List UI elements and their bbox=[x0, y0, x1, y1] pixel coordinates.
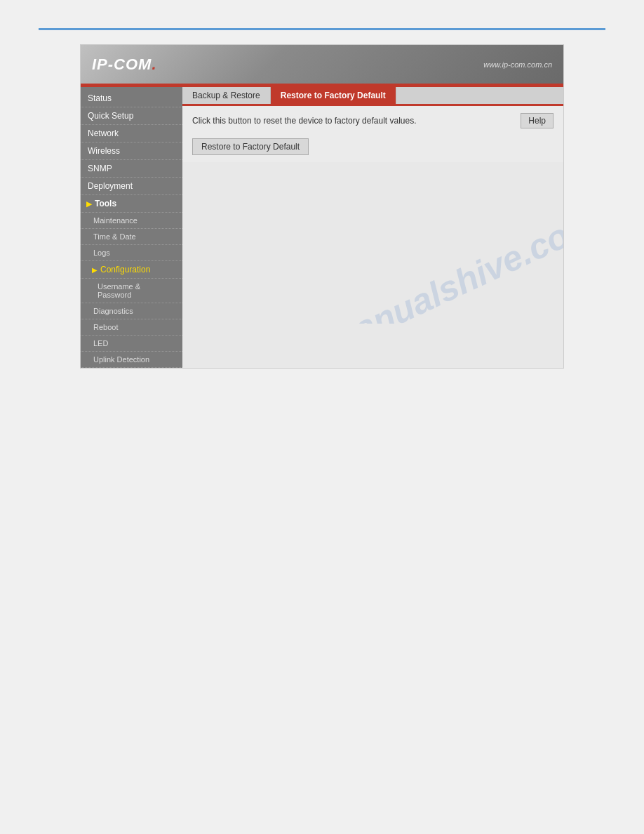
content-top-bar: Click this button to reset the device to… bbox=[192, 113, 554, 128]
sidebar-config-label: Configuration bbox=[100, 265, 150, 274]
sidebar-item-quick-setup[interactable]: Quick Setup bbox=[81, 107, 182, 125]
sidebar-item-diagnostics[interactable]: Diagnostics bbox=[81, 303, 182, 319]
sidebar-item-network[interactable]: Network bbox=[81, 125, 182, 143]
logo: IP-COM. bbox=[92, 55, 157, 74]
description-text: Click this button to reset the device to… bbox=[192, 116, 417, 126]
sidebar-item-reboot[interactable]: Reboot bbox=[81, 319, 182, 336]
tabs-bar: Backup & Restore Restore to Factory Defa… bbox=[182, 87, 563, 106]
factory-default-button[interactable]: Restore to Factory Default bbox=[192, 138, 309, 155]
sidebar-item-maintenance[interactable]: Maintenance bbox=[81, 213, 182, 229]
logo-text: IP-COM bbox=[92, 55, 152, 73]
config-arrow-icon: ▶ bbox=[92, 266, 98, 274]
watermark: manualshive.com bbox=[319, 201, 563, 324]
sidebar-item-wireless[interactable]: Wireless bbox=[81, 143, 182, 160]
tools-arrow-icon: ▶ bbox=[86, 200, 92, 208]
page-top-border bbox=[39, 28, 605, 30]
header: IP-COM. www.ip-com.com.cn bbox=[81, 45, 563, 84]
sidebar-item-time-date[interactable]: Time & Date bbox=[81, 229, 182, 245]
sidebar-item-status[interactable]: Status bbox=[81, 90, 182, 107]
sidebar-section-configuration[interactable]: ▶ Configuration bbox=[81, 261, 182, 279]
router-ui: IP-COM. www.ip-com.com.cn Status Quick S… bbox=[80, 44, 564, 369]
sidebar-item-led[interactable]: LED bbox=[81, 336, 182, 352]
sidebar-item-deployment[interactable]: Deployment bbox=[81, 178, 182, 195]
sidebar-item-uplink-detection[interactable]: Uplink Detection bbox=[81, 352, 182, 368]
header-url: www.ip-com.com.cn bbox=[483, 60, 552, 69]
tab-backup-restore[interactable]: Backup & Restore bbox=[182, 87, 271, 104]
sidebar-tools-label: Tools bbox=[95, 199, 116, 208]
content-body-wrapper: Click this button to reset the device to… bbox=[182, 106, 563, 324]
main-layout: Status Quick Setup Network Wireless SNMP… bbox=[81, 87, 563, 368]
help-button[interactable]: Help bbox=[521, 113, 554, 128]
sidebar: Status Quick Setup Network Wireless SNMP… bbox=[81, 87, 182, 368]
sidebar-item-snmp[interactable]: SNMP bbox=[81, 160, 182, 178]
content-body: Click this button to reset the device to… bbox=[182, 106, 563, 162]
sidebar-section-tools[interactable]: ▶ Tools bbox=[81, 195, 182, 213]
tab-restore-factory[interactable]: Restore to Factory Default bbox=[271, 87, 396, 104]
content-area: Backup & Restore Restore to Factory Defa… bbox=[182, 87, 563, 368]
logo-dot: . bbox=[152, 55, 156, 73]
sidebar-item-username-password[interactable]: Username & Password bbox=[81, 279, 182, 303]
sidebar-item-logs[interactable]: Logs bbox=[81, 245, 182, 261]
